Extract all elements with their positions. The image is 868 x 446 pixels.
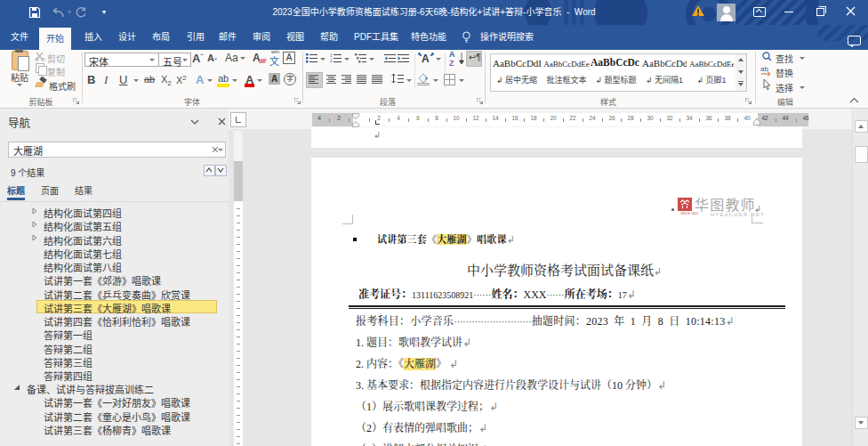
- svg-text:2: 2: [330, 59, 333, 63]
- svg-text:A: A: [422, 53, 430, 64]
- svg-text:1: 1: [330, 53, 333, 58]
